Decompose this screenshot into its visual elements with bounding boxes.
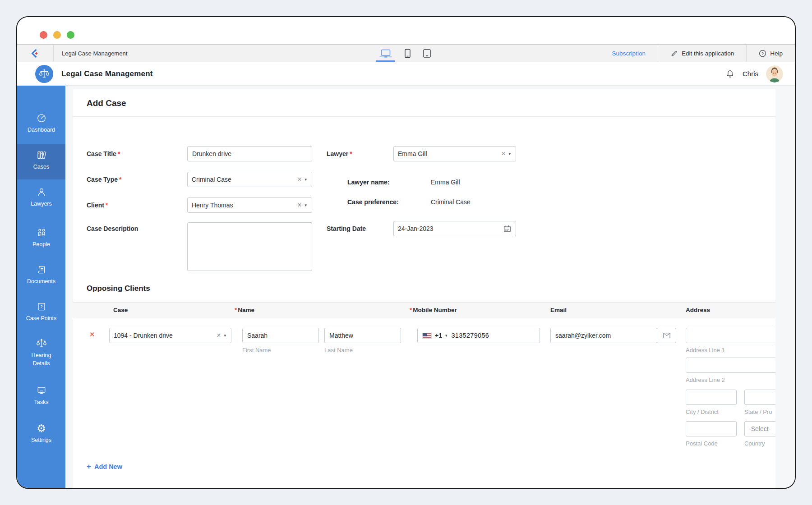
starting-date-input[interactable]: 24-Jan-2023	[393, 221, 516, 236]
delete-row-icon[interactable]: ✕	[89, 331, 95, 339]
mobile-number-input[interactable]: +1 ▾ 3135279056	[417, 328, 540, 343]
zoho-creator-logo-icon	[30, 48, 41, 59]
chevron-down-icon[interactable]: ▾	[304, 178, 308, 182]
help-circle-icon: ?	[759, 50, 766, 57]
app-window: Legal Case Management	[16, 16, 796, 489]
us-flag-icon	[422, 333, 432, 339]
gear-icon: ⚙	[37, 422, 46, 434]
case-description-label: Case Description	[87, 224, 138, 233]
header-right: Chris	[725, 62, 783, 85]
question-box-icon: ?	[17, 301, 65, 312]
desktop-background: Legal Case Management	[0, 0, 812, 505]
lawyer-select[interactable]: Emma Gill × ▾	[393, 146, 516, 161]
clear-icon[interactable]: ×	[295, 202, 304, 209]
country-code[interactable]: +1	[435, 332, 442, 339]
desktop-preview-button[interactable]	[378, 45, 393, 62]
sidebar-item-lawyers[interactable]: Lawyers	[17, 187, 65, 208]
chevron-down-icon[interactable]: ▾	[304, 203, 308, 207]
laptop-icon	[379, 49, 392, 58]
col-name: *Name	[235, 303, 254, 318]
phone-icon	[404, 49, 411, 58]
postal-code-hint: Postal Code	[686, 440, 718, 447]
sidebar-item-case-points[interactable]: ? Case Points	[17, 301, 65, 322]
help-button[interactable]: ? Help	[746, 45, 795, 62]
sidebar-item-settings[interactable]: ⚙ Settings	[17, 423, 65, 444]
subscription-link[interactable]: Subscription	[600, 45, 658, 62]
clear-icon[interactable]: ×	[295, 176, 304, 183]
sidebar-nav: Dashboard Cases Lawyer	[17, 86, 65, 488]
sidebar-item-tasks[interactable]: Tasks	[17, 385, 65, 406]
phone-preview-button[interactable]	[403, 45, 412, 62]
client-select[interactable]: Henry Thomas × ▾	[187, 197, 312, 213]
sidebar-item-cases[interactable]: Cases	[17, 144, 65, 179]
toolbar-app-name: Legal Case Management	[62, 45, 127, 62]
creator-home-button[interactable]	[17, 45, 54, 62]
lawyer-label: Lawyer*	[327, 146, 352, 161]
toolbar-actions: Subscription Edit this application ?	[600, 45, 795, 62]
add-case-card: Add Case Case Title* Case Type* Criminal…	[73, 89, 775, 488]
window-titlebar	[17, 17, 795, 44]
divider	[73, 116, 775, 117]
starting-date-label: Starting Date	[327, 221, 366, 236]
case-title-label: Case Title*	[87, 146, 120, 161]
tablet-icon	[423, 49, 431, 58]
city-district-hint: City / District	[686, 409, 719, 415]
scales-icon	[17, 338, 65, 349]
row-case-select[interactable]: 1094 - Drunken drive × ▾	[109, 328, 231, 343]
people-icon	[17, 227, 65, 238]
minimize-window-button[interactable]	[53, 31, 61, 39]
zoom-window-button[interactable]	[67, 31, 74, 39]
case-type-select[interactable]: Criminal Case × ▾	[187, 172, 312, 187]
send-email-button[interactable]	[657, 328, 676, 343]
case-binders-icon	[17, 150, 65, 161]
close-window-button[interactable]	[40, 31, 47, 39]
sidebar-item-hearing-details[interactable]: Hearing Details	[17, 338, 65, 367]
calendar-icon[interactable]	[503, 225, 512, 233]
device-preview-switcher	[378, 45, 432, 62]
country-hint: Country	[744, 440, 765, 447]
case-preference-label: Case preference:	[347, 197, 399, 207]
monitor-icon	[17, 385, 65, 396]
lawyer-name-label: Lawyer name:	[347, 178, 389, 187]
postal-code-input[interactable]	[686, 421, 737, 436]
country-select[interactable]: -Select-	[744, 421, 775, 436]
opposing-table-header: Case *Name *Mobile Number Email Address	[73, 302, 775, 318]
main-content: Add Case Case Title* Case Type* Criminal…	[65, 86, 795, 488]
sidebar-item-dashboard[interactable]: Dashboard	[17, 113, 65, 134]
last-name-input[interactable]	[324, 328, 401, 343]
person-icon	[17, 187, 65, 197]
first-name-input[interactable]	[242, 328, 319, 343]
chevron-down-icon[interactable]: ▾	[445, 334, 448, 338]
plus-icon: +	[87, 463, 91, 470]
case-description-textarea[interactable]	[187, 222, 312, 271]
notification-bell-icon[interactable]	[725, 69, 735, 79]
case-preference-value: Criminal Case	[431, 197, 471, 207]
page-title: Legal Case Management	[61, 62, 153, 85]
city-district-input[interactable]	[686, 390, 737, 405]
add-new-row-button[interactable]: + Add New	[87, 463, 122, 470]
chevron-down-icon[interactable]: ▾	[224, 334, 227, 338]
user-avatar[interactable]	[766, 65, 783, 83]
email-input[interactable]	[550, 328, 657, 343]
app-toolbar: Legal Case Management	[17, 44, 795, 62]
clear-icon[interactable]: ×	[499, 150, 508, 157]
col-address: Address	[686, 303, 710, 318]
address-line2-input[interactable]	[686, 358, 775, 373]
phone-number-value[interactable]: 3135279056	[452, 332, 489, 339]
case-type-label: Case Type*	[87, 172, 121, 187]
last-name-hint: Last Name	[324, 347, 353, 354]
state-province-input[interactable]	[744, 390, 775, 405]
clear-icon[interactable]: ×	[215, 332, 224, 339]
tablet-preview-button[interactable]	[422, 45, 432, 62]
case-title-input[interactable]	[187, 146, 312, 161]
user-name[interactable]: Chris	[743, 70, 758, 78]
sidebar-item-documents[interactable]: Documents	[17, 264, 65, 285]
address-line1-input[interactable]	[686, 328, 775, 343]
col-email: Email	[550, 303, 567, 318]
opposing-clients-title: Opposing Clients	[87, 284, 150, 293]
sidebar-item-people[interactable]: People	[17, 227, 65, 248]
edit-application-button[interactable]: Edit this application	[658, 45, 746, 62]
col-mobile: *Mobile Number	[410, 303, 457, 318]
chevron-down-icon[interactable]: ▾	[508, 152, 512, 156]
dashboard-gauge-icon	[17, 113, 65, 124]
